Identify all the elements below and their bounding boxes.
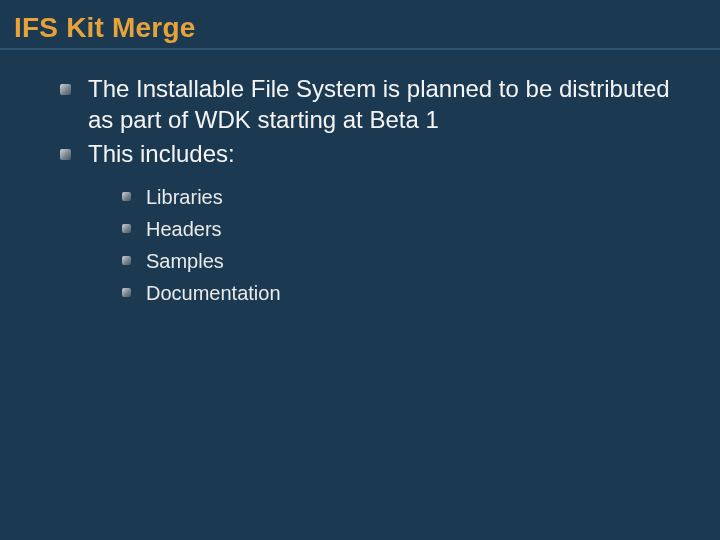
slide-title: IFS Kit Merge [0, 10, 720, 50]
sub-bullet-item: Libraries [122, 182, 680, 212]
sub-bullet-item: Samples [122, 246, 680, 276]
bullet-list-level2: Libraries Headers Samples Documentation [122, 182, 680, 308]
sub-bullet-text: Libraries [146, 186, 223, 208]
bullet-item: This includes: Libraries Headers Samples… [60, 139, 680, 308]
slide-content: The Installable File System is planned t… [0, 50, 720, 308]
bullet-text: The Installable File System is planned t… [88, 75, 670, 133]
bullet-text: This includes: [88, 140, 235, 167]
bullet-item: The Installable File System is planned t… [60, 74, 680, 135]
sub-bullet-text: Samples [146, 250, 224, 272]
bullet-list-level1: The Installable File System is planned t… [60, 74, 680, 308]
sub-bullet-item: Documentation [122, 278, 680, 308]
sub-bullet-text: Headers [146, 218, 222, 240]
sub-bullet-item: Headers [122, 214, 680, 244]
slide: IFS Kit Merge The Installable File Syste… [0, 0, 720, 540]
sub-bullet-text: Documentation [146, 282, 281, 304]
